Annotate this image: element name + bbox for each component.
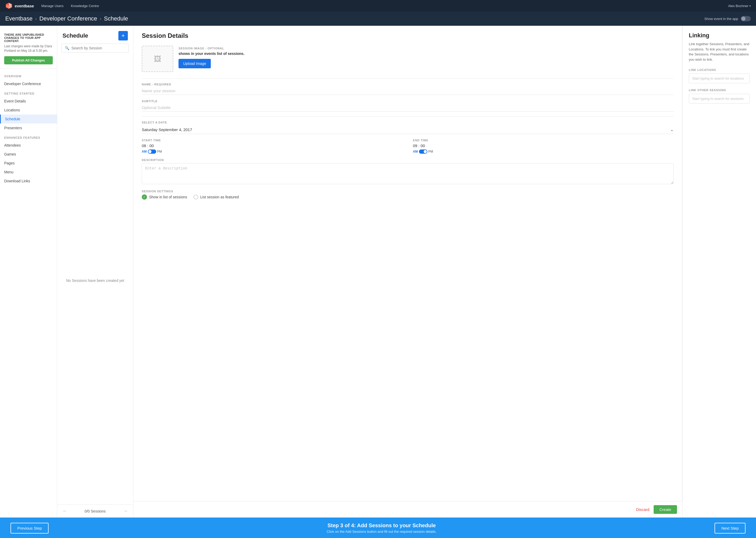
show-event-switch[interactable] bbox=[741, 16, 751, 21]
sidebar-item-games[interactable]: Games bbox=[0, 150, 57, 159]
breadcrumb-sep-2: › bbox=[100, 16, 101, 22]
name-label: NAME - REQUIRED bbox=[142, 83, 674, 86]
sidebar-item-menu[interactable]: Menu bbox=[0, 168, 57, 177]
user-name: Alex Bochner bbox=[728, 4, 748, 8]
link-sessions-label: LINK OTHER SESSIONS bbox=[689, 88, 750, 92]
sidebar-item-presenters[interactable]: Presenters bbox=[0, 124, 57, 133]
subtitle-label: SUBTITLE bbox=[142, 100, 674, 103]
session-list-footer: ← 0/0 Sessions → bbox=[57, 504, 133, 517]
image-desc: shows in your events list of sessions. bbox=[178, 51, 244, 56]
step-subtitle: Click on the Add Sessions button and fil… bbox=[327, 530, 437, 534]
settings-label: SESSION SETTINGS bbox=[142, 190, 674, 193]
sidebar-item-attendees[interactable]: Attendees bbox=[0, 141, 57, 150]
end-am-pm-toggle[interactable]: AM PM bbox=[413, 149, 674, 154]
next-step-button[interactable]: Next Step bbox=[715, 523, 745, 534]
breadcrumb-schedule: Schedule bbox=[104, 15, 128, 22]
sidebar-item-download-links[interactable]: Download Links bbox=[0, 177, 57, 186]
start-time-toggle[interactable] bbox=[148, 149, 156, 154]
image-placeholder-icon: 🖼 bbox=[154, 55, 161, 63]
link-locations-input[interactable] bbox=[689, 74, 750, 83]
eventbase-logo-icon bbox=[5, 2, 13, 10]
end-time-label: END TIME bbox=[413, 139, 674, 142]
session-details-title: Session Details bbox=[142, 32, 674, 39]
manage-users-link[interactable]: Manage Users bbox=[41, 4, 64, 8]
time-row: START TIME 08 : 00 AM PM END TIME 09 : 0… bbox=[142, 139, 674, 154]
unpublished-banner: THERE ARE UNPUBLISHED CHANGES TO YOUR AP… bbox=[0, 30, 57, 69]
previous-step-button[interactable]: Previous Step bbox=[11, 523, 49, 534]
session-name-input[interactable] bbox=[142, 87, 674, 95]
panel-footer: Discard Create bbox=[133, 501, 682, 517]
discard-button[interactable]: Discard bbox=[636, 507, 649, 512]
end-toggle-knob bbox=[424, 150, 427, 153]
breadcrumb: Eventbase › Developer Conference › Sched… bbox=[5, 15, 128, 22]
name-field-group: NAME - REQUIRED bbox=[142, 83, 674, 95]
create-button[interactable]: Create bbox=[654, 505, 677, 514]
image-label: SESSION IMAGE - OPTIONAL bbox=[178, 47, 244, 50]
setting-featured[interactable]: List session as featured bbox=[193, 195, 239, 199]
start-time-value: 08 : 00 bbox=[142, 143, 402, 148]
prev-session-arrow[interactable]: ← bbox=[63, 508, 67, 514]
top-nav-left: eventbase Manage Users Knowledge Centre bbox=[5, 2, 99, 10]
sidebar-item-locations[interactable]: Locations bbox=[0, 106, 57, 115]
sidebar-item-event-details[interactable]: Event Details bbox=[0, 97, 57, 106]
banner-sub: Last changes were made by Clara Portland… bbox=[4, 44, 53, 53]
session-settings: SESSION SETTINGS ✓ Show in list of sessi… bbox=[142, 190, 674, 200]
date-field-group: SELECT A DATE Saturday September 4, 2017… bbox=[142, 121, 674, 134]
end-time-value: 09 : 00 bbox=[413, 143, 674, 148]
knowledge-centre-link[interactable]: Knowledge Centre bbox=[71, 4, 99, 8]
end-am-label: AM bbox=[413, 150, 418, 153]
start-am-pm-toggle[interactable]: AM PM bbox=[142, 149, 402, 154]
publish-all-button[interactable]: Publish All Changes bbox=[4, 56, 53, 64]
next-session-arrow[interactable]: → bbox=[123, 508, 128, 514]
sidebar-item-developer-conference[interactable]: Developer Conference bbox=[0, 79, 57, 88]
check-icon: ✓ bbox=[142, 194, 147, 200]
description-textarea[interactable] bbox=[142, 163, 674, 184]
link-locations-label: LINK LOCATIONS bbox=[689, 68, 750, 72]
setting-show-in-list[interactable]: ✓ Show in list of sessions bbox=[142, 194, 187, 200]
start-am-label: AM bbox=[142, 150, 147, 153]
top-nav: eventbase Manage Users Knowledge Centre … bbox=[0, 0, 756, 12]
breadcrumb-conference[interactable]: Developer Conference bbox=[39, 15, 97, 22]
description-label: DESCRIPTION bbox=[142, 158, 674, 162]
description-field-group: DESCRIPTION bbox=[142, 158, 674, 185]
search-icon: 🔍 bbox=[65, 46, 69, 50]
end-time-group: END TIME 09 : 00 AM PM bbox=[413, 139, 674, 154]
sidebar-item-pages[interactable]: Pages bbox=[0, 159, 57, 168]
link-sessions-input[interactable] bbox=[689, 94, 750, 103]
date-label: SELECT A DATE bbox=[142, 121, 674, 124]
end-time-toggle[interactable] bbox=[419, 149, 427, 154]
subtitle-field-group: SUBTITLE bbox=[142, 100, 674, 112]
session-list-title: Schedule bbox=[63, 32, 88, 39]
date-select[interactable]: Saturday September 4, 2017 ⌄ bbox=[142, 126, 674, 134]
show-event-toggle[interactable]: Show event in the app bbox=[704, 16, 751, 21]
start-time-label: START TIME bbox=[142, 139, 402, 142]
show-event-label: Show event in the app bbox=[704, 17, 738, 21]
logo: eventbase bbox=[5, 2, 34, 10]
start-time-group: START TIME 08 : 00 AM PM bbox=[142, 139, 402, 154]
sidebar-section-getting-started: GETTING STARTED bbox=[0, 88, 57, 97]
image-info: SESSION IMAGE - OPTIONAL shows in your e… bbox=[178, 46, 244, 68]
sidebar-item-schedule[interactable]: Schedule bbox=[0, 115, 57, 124]
add-session-button[interactable]: + bbox=[118, 31, 128, 40]
sidebar: THERE ARE UNPUBLISHED CHANGES TO YOUR AP… bbox=[0, 26, 57, 517]
date-chevron-icon: ⌄ bbox=[670, 127, 674, 132]
setting-featured-label: List session as featured bbox=[200, 195, 239, 199]
divider-2 bbox=[142, 116, 674, 117]
linking-desc: Link together Sessions, Presenters, and … bbox=[689, 41, 750, 62]
start-pm-label: PM bbox=[157, 150, 162, 153]
breadcrumb-sep-1: › bbox=[35, 16, 37, 22]
setting-show-label: Show in list of sessions bbox=[149, 195, 187, 199]
radio-unchecked-icon bbox=[193, 195, 198, 199]
session-subtitle-input[interactable] bbox=[142, 104, 674, 112]
settings-row: ✓ Show in list of sessions List session … bbox=[142, 194, 674, 200]
upload-image-button[interactable]: Upload Image bbox=[178, 59, 211, 68]
search-box: 🔍 bbox=[62, 44, 129, 53]
user-chevron-icon: ▾ bbox=[749, 4, 751, 7]
user-menu[interactable]: Alex Bochner ▾ bbox=[728, 4, 751, 8]
breadcrumb-eventbase[interactable]: Eventbase bbox=[5, 15, 32, 22]
session-count: 0/0 Sessions bbox=[84, 509, 106, 513]
sidebar-section-overview: OVERVIEW bbox=[0, 71, 57, 79]
no-sessions-message: No Sessions have been created yet bbox=[57, 57, 133, 504]
linking-panel: Linking Link together Sessions, Presente… bbox=[683, 26, 756, 517]
search-input[interactable] bbox=[71, 46, 125, 50]
